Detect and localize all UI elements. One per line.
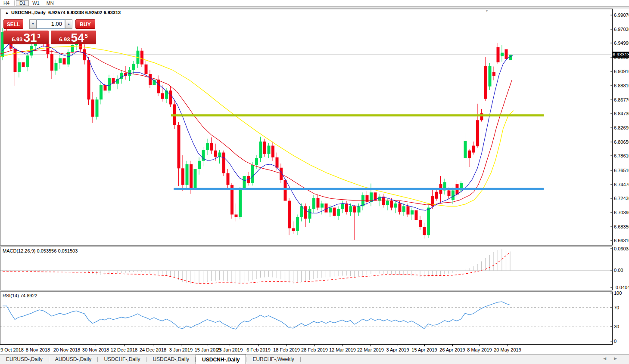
rsi-axis-label: 0 [614, 339, 617, 344]
trade-panel-prices: 6.93 31 3 6.93 54 5 [3, 31, 97, 44]
chart-tab-usdcad-daily[interactable]: USDCAD-,Daily [146, 355, 195, 364]
macd-indicator-label: MACD(12,26,9) 0.053556 0.051503 [3, 248, 78, 253]
date-axis-label: 20 May 2019 [494, 347, 521, 352]
date-axis-label: 29 Oct 2018 [0, 347, 24, 352]
volume-increase-button[interactable]: ▴ [65, 19, 72, 29]
sell-price-prefix: 6.93 [12, 36, 22, 43]
date-axis-label: 30 Nov 2018 [82, 347, 109, 352]
sell-price-main: 31 [23, 32, 37, 43]
date-tick-mark [258, 345, 259, 346]
date-axis-label: 25 Jan 2019 [217, 347, 243, 352]
date-tick-mark [314, 345, 315, 346]
rsi-pane [0, 302, 611, 329]
date-tick-mark [67, 345, 67, 346]
axis-ticks [610, 15, 612, 341]
ma-blue-line [2, 44, 513, 213]
tab-scroll-arrows[interactable]: ◀▶ [603, 356, 625, 361]
date-tick-mark [11, 345, 11, 346]
date-tick-mark [424, 345, 425, 346]
sell-button[interactable]: SELL [3, 19, 23, 29]
price-axis-label: 6.80650 [614, 139, 629, 145]
chart-shift-marker-icon[interactable]: ▼ [485, 9, 489, 13]
tab-scroll-right-icon[interactable]: ▶ [614, 356, 625, 361]
date-tick-mark [124, 345, 125, 346]
buy-price-pip: 5 [85, 33, 88, 39]
price-axis-label: 6.72430 [614, 196, 629, 201]
date-axis-label: 3 Jan 2019 [169, 347, 193, 352]
date-axis-label: 22 Mar 2019 [357, 347, 384, 352]
volume-decrease-button[interactable]: ▾ [29, 19, 37, 29]
date-axis-label: 26 Apr 2019 [439, 347, 465, 352]
chart-ohlc-values: 6.92574 6.93338 6.92502 6.93313 [48, 10, 121, 15]
rsi-axis-label: 100 [614, 290, 622, 296]
date-axis-label: 18 Feb 2019 [273, 347, 300, 352]
volume-input[interactable]: 1.00 [37, 19, 65, 29]
price-axis[interactable]: 6.93313 6.990706.970306.949906.929506.90… [613, 9, 629, 344]
price-axis-label: 6.84730 [614, 111, 629, 116]
chart-symbol-title: USDCNH-,Daily [11, 10, 46, 15]
date-axis-label: 6 Feb 2019 [246, 347, 271, 352]
date-tick-mark [230, 345, 230, 346]
macd-axis-label: -0.040415 [614, 285, 629, 290]
macd-pane [0, 249, 611, 284]
mt4-window: H4D1W1MN ▼ ▲ USDCNH-,Daily 6.92574 6.933… [0, 0, 629, 364]
buy-price-box[interactable]: 6.93 54 5 [51, 31, 96, 44]
rsi-axis-label: 30 [614, 324, 619, 329]
panel-collapse-icon[interactable]: ▲ [5, 11, 9, 15]
date-tick-mark [452, 345, 453, 346]
sell-price-pip: 3 [37, 33, 40, 39]
date-axis-label: 8 Nov 2018 [26, 347, 50, 352]
date-tick-mark [371, 345, 371, 346]
date-tick-mark [96, 345, 96, 346]
chart-tab-usdchf-daily[interactable]: USDCHF-,Daily [98, 355, 146, 364]
chart-tab-bar: EURUSD-,DailyAUDUSD-,DailyUSDCHF-,DailyU… [0, 354, 629, 364]
date-tick-mark [343, 345, 343, 346]
price-axis-label: 6.66310 [614, 238, 629, 243]
date-axis-label: 8 May 2019 [467, 347, 492, 352]
chart-header: ▲ USDCNH-,Daily 6.92574 6.93338 6.92502 … [5, 10, 121, 15]
date-tick-mark [38, 345, 38, 346]
price-axis-label: 6.74470 [614, 182, 629, 187]
price-axis-label: 6.88810 [614, 83, 629, 88]
price-axis-label: 6.68350 [614, 224, 629, 229]
macd-axis-label: 0.060342 [614, 246, 629, 251]
ma-red-line [0, 50, 512, 205]
trade-panel-controls: SELL ▾ 1.00 ▴ BUY [3, 19, 97, 29]
tab-separator [300, 357, 301, 362]
price-axis-label: 6.82690 [614, 125, 629, 130]
price-axis-label: 6.90910 [614, 69, 629, 74]
pane-frames [0, 9, 613, 344]
date-axis-label: 20 Nov 2018 [53, 347, 80, 352]
buy-button[interactable]: BUY [75, 19, 95, 29]
date-axis-label: 12 Dec 2018 [111, 347, 137, 352]
date-tick-mark [286, 345, 287, 346]
rsi-axis-label: 70 [614, 305, 619, 310]
rsi-indicator-label: RSI(14) 74.8922 [3, 293, 37, 298]
chart-tab-usdcnh-daily[interactable]: USDCNH-,Daily [196, 354, 246, 364]
date-axis-label: 15 Apr 2019 [411, 347, 437, 352]
price-axis-label: 6.70390 [614, 210, 629, 215]
date-tick-mark [480, 345, 480, 346]
date-tick-mark [153, 345, 153, 346]
tab-scroll-left-icon[interactable]: ◀ [603, 356, 614, 361]
date-axis-label: 3 Apr 2019 [386, 347, 409, 352]
price-axis-label: 6.76510 [614, 168, 629, 173]
date-axis-label: 24 Dec 2018 [140, 347, 166, 352]
date-tick-mark [208, 345, 208, 346]
price-axis-label: 6.78610 [614, 153, 629, 158]
chart-tab-audusd-daily[interactable]: AUDUSD-,Daily [49, 355, 98, 364]
ma-yellow-line [0, 46, 514, 206]
date-tick-mark [398, 345, 398, 346]
sell-price-box[interactable]: 6.93 31 3 [3, 31, 49, 44]
price-axis-label: 6.97030 [614, 27, 629, 32]
date-axis[interactable]: 29 Oct 20188 Nov 201820 Nov 201830 Nov 2… [0, 344, 613, 354]
date-axis-label: 28 Feb 2019 [301, 347, 328, 352]
buy-price-main: 54 [71, 32, 84, 43]
macd-axis-label: 0.00 [614, 268, 623, 273]
date-tick-mark [181, 345, 181, 346]
chart-tab-eurusd-daily[interactable]: EURUSD-,Daily [0, 355, 49, 364]
chart-tab-eurchf-weekly[interactable]: EURCHF-,Weekly [246, 355, 300, 364]
one-click-trade-panel: SELL ▾ 1.00 ▴ BUY 6.93 31 3 6.93 54 5 [3, 19, 97, 44]
chart-plot[interactable] [0, 0, 613, 344]
date-axis-label: 12 Mar 2019 [329, 347, 356, 352]
